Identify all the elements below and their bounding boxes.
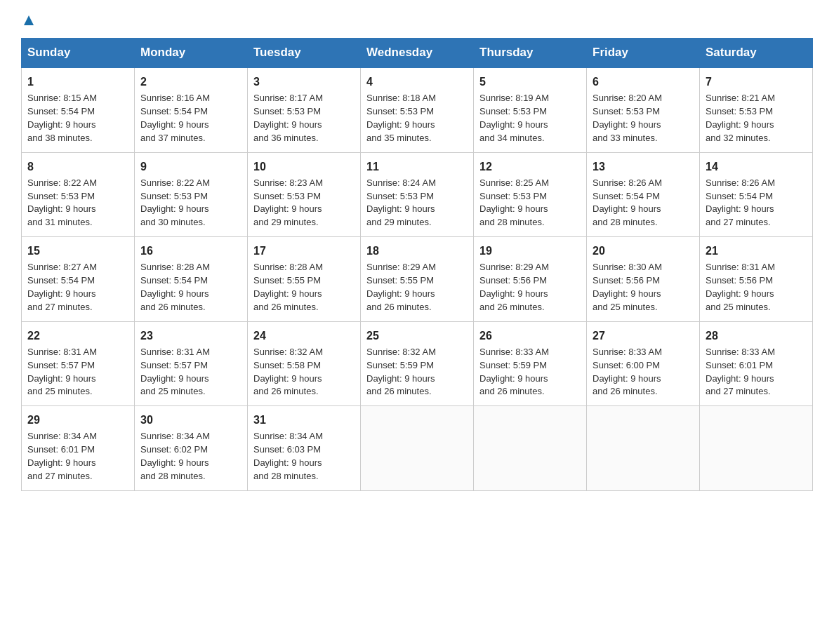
day-number: 6: [593, 74, 694, 90]
sunset-info: Sunset: 5:58 PM: [253, 360, 321, 370]
daylight-minutes: and 28 minutes.: [593, 217, 658, 227]
daylight-info: Daylight: 9 hours: [593, 203, 661, 214]
daylight-info: Daylight: 9 hours: [27, 373, 96, 384]
daylight-info: Daylight: 9 hours: [479, 373, 548, 384]
daylight-info: Daylight: 9 hours: [253, 373, 322, 384]
calendar-cell: 19 Sunrise: 8:29 AM Sunset: 5:56 PM Dayl…: [474, 237, 587, 322]
sunset-info: Sunset: 5:55 PM: [366, 275, 434, 286]
daylight-info: Daylight: 9 hours: [706, 288, 774, 299]
daylight-minutes: and 35 minutes.: [366, 133, 432, 143]
sunset-info: Sunset: 5:53 PM: [593, 106, 660, 116]
sunrise-info: Sunrise: 8:29 AM: [366, 262, 436, 272]
daylight-minutes: and 25 minutes.: [706, 302, 771, 312]
daylight-info: Daylight: 9 hours: [706, 203, 774, 214]
column-header-tuesday: Tuesday: [248, 39, 361, 68]
day-number: 11: [366, 159, 468, 175]
daylight-minutes: and 26 minutes.: [593, 386, 658, 396]
sunrise-info: Sunrise: 8:29 AM: [479, 262, 549, 272]
day-number: 31: [253, 412, 355, 428]
day-number: 19: [479, 243, 581, 259]
daylight-info: Daylight: 9 hours: [479, 288, 548, 299]
sunrise-info: Sunrise: 8:31 AM: [27, 347, 97, 357]
calendar-cell: 18 Sunrise: 8:29 AM Sunset: 5:55 PM Dayl…: [361, 237, 474, 322]
day-number: 25: [366, 328, 468, 344]
calendar-cell: 24 Sunrise: 8:32 AM Sunset: 5:58 PM Dayl…: [248, 321, 361, 406]
calendar-cell: 29 Sunrise: 8:34 AM Sunset: 6:01 PM Dayl…: [22, 406, 135, 491]
sunset-info: Sunset: 5:53 PM: [27, 191, 95, 201]
column-header-monday: Monday: [135, 39, 248, 68]
daylight-info: Daylight: 9 hours: [593, 288, 661, 299]
sunrise-info: Sunrise: 8:16 AM: [140, 93, 210, 103]
daylight-minutes: and 28 minutes.: [253, 471, 319, 481]
column-header-sunday: Sunday: [22, 39, 135, 68]
daylight-minutes: and 25 minutes.: [140, 386, 206, 396]
sunset-info: Sunset: 5:59 PM: [366, 360, 434, 370]
daylight-info: Daylight: 9 hours: [706, 373, 774, 384]
daylight-info: Daylight: 9 hours: [253, 288, 322, 299]
day-number: 14: [706, 159, 807, 175]
sunrise-info: Sunrise: 8:32 AM: [253, 347, 323, 357]
daylight-minutes: and 28 minutes.: [140, 471, 206, 481]
daylight-minutes: and 28 minutes.: [479, 217, 545, 227]
sunrise-info: Sunrise: 8:31 AM: [140, 347, 210, 357]
sunset-info: Sunset: 5:56 PM: [479, 275, 547, 286]
daylight-minutes: and 26 minutes.: [366, 386, 432, 396]
sunrise-info: Sunrise: 8:22 AM: [27, 177, 97, 188]
calendar-cell: 23 Sunrise: 8:31 AM Sunset: 5:57 PM Dayl…: [135, 321, 248, 406]
daylight-minutes: and 26 minutes.: [253, 302, 319, 312]
calendar-cell: 28 Sunrise: 8:33 AM Sunset: 6:01 PM Dayl…: [700, 321, 813, 406]
daylight-info: Daylight: 9 hours: [593, 119, 661, 130]
daylight-info: Daylight: 9 hours: [140, 119, 209, 130]
sunrise-info: Sunrise: 8:32 AM: [366, 347, 436, 357]
day-number: 24: [253, 328, 355, 344]
sunset-info: Sunset: 6:00 PM: [593, 360, 660, 370]
sunrise-info: Sunrise: 8:34 AM: [253, 431, 323, 441]
sunrise-info: Sunrise: 8:20 AM: [593, 93, 662, 103]
calendar-cell: [361, 406, 474, 491]
daylight-info: Daylight: 9 hours: [27, 288, 96, 299]
day-number: 3: [253, 74, 355, 90]
daylight-minutes: and 26 minutes.: [366, 302, 432, 312]
calendar-cell: 5 Sunrise: 8:19 AM Sunset: 5:53 PM Dayli…: [474, 67, 587, 152]
daylight-minutes: and 26 minutes.: [479, 302, 545, 312]
daylight-info: Daylight: 9 hours: [706, 119, 774, 130]
daylight-minutes: and 25 minutes.: [27, 386, 93, 396]
daylight-info: Daylight: 9 hours: [366, 119, 435, 130]
calendar-cell: [700, 406, 813, 491]
sunset-info: Sunset: 5:54 PM: [27, 275, 95, 286]
daylight-minutes: and 34 minutes.: [479, 133, 545, 143]
sunset-info: Sunset: 5:54 PM: [706, 191, 773, 201]
sunrise-info: Sunrise: 8:23 AM: [253, 177, 323, 188]
sunset-info: Sunset: 5:53 PM: [479, 191, 547, 201]
daylight-minutes: and 33 minutes.: [593, 133, 658, 143]
daylight-info: Daylight: 9 hours: [253, 119, 322, 130]
daylight-info: Daylight: 9 hours: [27, 119, 96, 130]
column-header-friday: Friday: [587, 39, 700, 68]
calendar-cell: 7 Sunrise: 8:21 AM Sunset: 5:53 PM Dayli…: [700, 67, 813, 152]
calendar-cell: 31 Sunrise: 8:34 AM Sunset: 6:03 PM Dayl…: [248, 406, 361, 491]
sunset-info: Sunset: 5:53 PM: [253, 106, 321, 116]
calendar-week-row: 22 Sunrise: 8:31 AM Sunset: 5:57 PM Dayl…: [22, 321, 813, 406]
sunset-info: Sunset: 5:55 PM: [253, 275, 321, 286]
sunrise-info: Sunrise: 8:28 AM: [253, 262, 323, 272]
daylight-info: Daylight: 9 hours: [253, 203, 322, 214]
calendar-cell: 6 Sunrise: 8:20 AM Sunset: 5:53 PM Dayli…: [587, 67, 700, 152]
calendar-cell: 3 Sunrise: 8:17 AM Sunset: 5:53 PM Dayli…: [248, 67, 361, 152]
calendar-cell: 14 Sunrise: 8:26 AM Sunset: 5:54 PM Dayl…: [700, 152, 813, 237]
daylight-info: Daylight: 9 hours: [479, 203, 548, 214]
sunset-info: Sunset: 5:54 PM: [140, 106, 208, 116]
calendar-week-row: 15 Sunrise: 8:27 AM Sunset: 5:54 PM Dayl…: [22, 237, 813, 322]
day-number: 26: [479, 328, 581, 344]
column-header-thursday: Thursday: [474, 39, 587, 68]
sunrise-info: Sunrise: 8:24 AM: [366, 177, 436, 188]
calendar-cell: [587, 406, 700, 491]
calendar-table: SundayMondayTuesdayWednesdayThursdayFrid…: [21, 38, 813, 491]
daylight-info: Daylight: 9 hours: [140, 288, 209, 299]
day-number: 12: [479, 159, 581, 175]
sunrise-info: Sunrise: 8:17 AM: [253, 93, 323, 103]
calendar-cell: 10 Sunrise: 8:23 AM Sunset: 5:53 PM Dayl…: [248, 152, 361, 237]
daylight-info: Daylight: 9 hours: [27, 457, 96, 468]
day-number: 17: [253, 243, 355, 259]
sunset-info: Sunset: 6:02 PM: [140, 444, 208, 455]
daylight-info: Daylight: 9 hours: [366, 203, 435, 214]
